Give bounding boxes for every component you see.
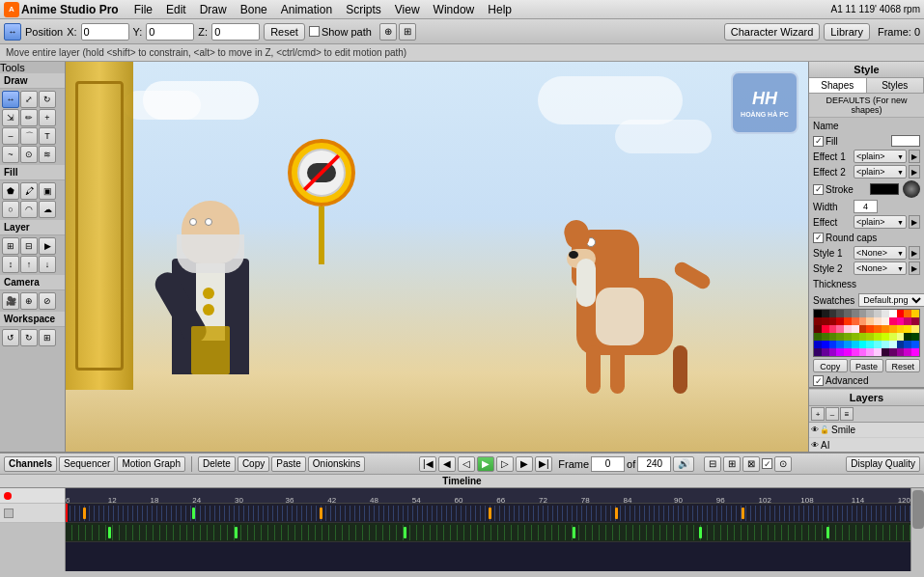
toolbar-icon1[interactable]: ⊕	[379, 23, 397, 41]
view-btn2[interactable]: ⊞	[723, 456, 741, 472]
reset-button[interactable]: Reset	[264, 23, 305, 41]
color-cell-64[interactable]	[874, 341, 882, 348]
color-cell-16[interactable]	[829, 317, 837, 325]
x-input[interactable]	[81, 23, 129, 41]
add-point[interactable]: +	[39, 109, 56, 126]
keyframe-8[interactable]	[235, 527, 238, 538]
frame-input[interactable]	[591, 456, 625, 472]
keyframe-9[interactable]	[404, 527, 406, 538]
keyframe-6[interactable]	[742, 508, 744, 519]
color-cell-83[interactable]	[911, 348, 919, 356]
workspace-tool1[interactable]: ↺	[2, 329, 19, 346]
motion-graph-tab[interactable]: Motion Graph	[117, 456, 185, 472]
channels-tab[interactable]: Channels	[4, 456, 57, 472]
paste-color-button[interactable]: Paste	[850, 359, 884, 372]
color-cell-55[interactable]	[911, 333, 919, 341]
character-wizard-button[interactable]: Character Wizard	[724, 23, 821, 41]
color-cell-70[interactable]	[814, 348, 822, 356]
style2-dropdown[interactable]: <None>	[854, 261, 907, 275]
z-input[interactable]	[211, 23, 260, 41]
layer-menu-btn[interactable]: ≡	[840, 407, 854, 421]
color-cell-36[interactable]	[874, 325, 882, 333]
color-cell-58[interactable]	[829, 341, 837, 348]
color-cell-63[interactable]	[866, 341, 874, 348]
color-cell-75[interactable]	[852, 348, 859, 356]
shapes-tab[interactable]: Shapes	[809, 78, 867, 93]
keyframe-12[interactable]	[826, 527, 829, 538]
layer-tool2[interactable]: ⊟	[20, 237, 38, 255]
color-cell-73[interactable]	[836, 348, 844, 356]
play-btn[interactable]: ▶	[477, 456, 494, 472]
skip-end-btn[interactable]: ▶|	[535, 456, 552, 472]
layer-del-btn[interactable]: –	[826, 407, 839, 421]
stroke-effect-dropdown[interactable]: <plain>	[854, 215, 907, 229]
paste-button[interactable]: Paste	[271, 456, 306, 472]
color-cell-4[interactable]	[844, 310, 852, 317]
color-cell-49[interactable]	[866, 333, 874, 341]
color-cell-8[interactable]	[874, 310, 882, 317]
style1-dropdown[interactable]: <None>	[854, 246, 907, 260]
color-cell-46[interactable]	[844, 333, 852, 341]
color-cell-71[interactable]	[822, 348, 829, 356]
fill-color-swatch[interactable]	[891, 135, 920, 147]
color-cell-21[interactable]	[866, 317, 874, 325]
total-frames-input[interactable]	[637, 456, 671, 472]
display-quality-button[interactable]: Display Quality	[846, 456, 920, 472]
keyframe-7[interactable]	[108, 527, 111, 538]
layer-smile[interactable]: 👁 🔓 Smile	[809, 423, 924, 438]
keyframe-2[interactable]	[192, 508, 195, 519]
camera-tool2[interactable]: ⊕	[20, 292, 38, 310]
next-key-btn[interactable]: ▷	[496, 456, 514, 472]
color-cell-68[interactable]	[904, 341, 911, 348]
eyedropper[interactable]: 🖍	[20, 182, 38, 200]
onionskins-button[interactable]: Onionskins	[308, 456, 365, 472]
gradient-tool[interactable]: ▣	[39, 182, 56, 200]
sequencer-tab[interactable]: Sequencer	[59, 456, 115, 472]
color-cell-6[interactable]	[859, 310, 867, 317]
camera-tool1[interactable]: 🎥	[2, 292, 19, 310]
color-cell-18[interactable]	[844, 317, 852, 325]
style2-options[interactable]: ▶	[909, 261, 920, 275]
keyframe-3[interactable]	[320, 508, 322, 519]
color-cell-22[interactable]	[874, 317, 882, 325]
color-cell-28[interactable]	[814, 325, 822, 333]
color-cell-23[interactable]	[882, 317, 889, 325]
effect-options[interactable]: ▶	[909, 215, 920, 229]
color-cell-66[interactable]	[889, 341, 897, 348]
view-btn3[interactable]: ⊠	[742, 456, 760, 472]
color-cell-27[interactable]	[911, 317, 919, 325]
styles-tab[interactable]: Styles	[867, 78, 925, 93]
color-cell-35[interactable]	[866, 325, 874, 333]
color-cell-31[interactable]	[836, 325, 844, 333]
workspace-tool2[interactable]: ↻	[20, 329, 38, 346]
shape-tool[interactable]: ○	[2, 201, 19, 218]
layer-tool6[interactable]: ↓	[39, 256, 56, 273]
copy-color-button[interactable]: Copy	[813, 359, 848, 372]
color-cell-25[interactable]	[897, 317, 905, 325]
menu-scripts[interactable]: Scripts	[340, 0, 387, 19]
keyframe-11[interactable]	[699, 527, 702, 538]
color-cell-32[interactable]	[844, 325, 852, 333]
color-cell-20[interactable]	[859, 317, 867, 325]
menu-window[interactable]: Window	[428, 0, 481, 19]
timeline-scrollbar[interactable]	[910, 488, 924, 571]
color-cell-54[interactable]	[904, 333, 911, 341]
color-cell-19[interactable]	[852, 317, 859, 325]
tool-icon-move[interactable]: ↔	[4, 23, 21, 41]
layer-tool3[interactable]: ▶	[39, 237, 56, 255]
canvas-area[interactable]: HH HOÀNG HÀ PC	[66, 62, 808, 452]
layer-add-btn[interactable]: +	[811, 407, 825, 421]
scale-tool[interactable]: ⇲	[2, 109, 19, 126]
width-input[interactable]	[854, 200, 878, 213]
stroke-checkbox[interactable]	[813, 184, 824, 195]
color-cell-82[interactable]	[904, 348, 911, 356]
copy-button[interactable]: Copy	[238, 456, 269, 472]
color-cell-30[interactable]	[829, 325, 837, 333]
magnet-tool[interactable]: ⊙	[20, 146, 38, 163]
effect1-options[interactable]: ▶	[909, 150, 920, 163]
color-cell-52[interactable]	[889, 333, 897, 341]
y-input[interactable]	[146, 23, 194, 41]
color-cell-39[interactable]	[897, 325, 905, 333]
color-cell-40[interactable]	[904, 325, 911, 333]
color-cell-45[interactable]	[836, 333, 844, 341]
